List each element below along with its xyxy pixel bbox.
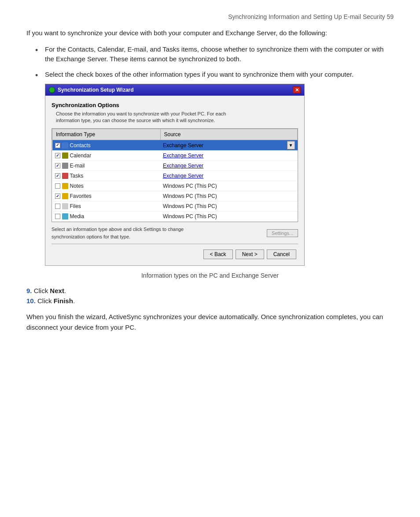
source-dropdown-contacts[interactable]: Exchange Server▼: [163, 141, 295, 149]
checkbox-files[interactable]: [55, 204, 60, 209]
checkbox-notes[interactable]: [55, 183, 60, 189]
intro-text: If you want to synchronize your device w…: [26, 28, 394, 38]
svg-rect-0: [62, 142, 68, 149]
svg-rect-1: [62, 152, 68, 159]
calendar-icon: [62, 152, 68, 159]
wizard-app-icon: [49, 87, 55, 93]
wizard-titlebar: Synchronization Setup Wizard ✕: [45, 84, 304, 96]
row-label-e-mail: E-mail: [70, 162, 85, 170]
notes-icon: [62, 183, 68, 189]
svg-rect-3: [62, 173, 68, 179]
source-link-e-mail[interactable]: Exchange Server: [163, 163, 203, 169]
checkbox-media[interactable]: [55, 214, 60, 219]
svg-rect-5: [62, 193, 68, 199]
source-cell-calendar: Exchange Server: [160, 151, 297, 161]
wizard-screenshot: Synchronization Setup Wizard ✕ Synchroni…: [45, 84, 305, 266]
media-icon: [62, 213, 68, 219]
row-label-tasks: Tasks: [70, 172, 84, 180]
bullet-list: For the Contacts, Calendar, E-mail, and …: [35, 45, 394, 266]
row-label-notes: Notes: [70, 182, 84, 190]
checkbox-contacts[interactable]: [55, 143, 60, 148]
wizard-close-button[interactable]: ✕: [293, 86, 301, 93]
source-cell-files: Windows PC (This PC): [160, 201, 297, 212]
source-cell-e-mail: Exchange Server: [160, 161, 297, 171]
svg-rect-6: [62, 203, 68, 209]
wizard-section-title: Synchronization Options: [52, 101, 298, 110]
source-cell-favorites: Windows PC (This PC): [160, 191, 297, 201]
checkbox-e-mail[interactable]: [55, 163, 60, 168]
dropdown-arrow-icon[interactable]: ▼: [287, 141, 295, 149]
row-label-contacts: Contacts: [70, 141, 91, 149]
cancel-button[interactable]: Cancel: [267, 249, 296, 259]
wizard-body: Synchronization Options Choose the infor…: [45, 96, 304, 265]
wizard-title-text: Synchronization Setup Wizard: [58, 86, 134, 94]
wizard-buttons-row: < Back Next > Cancel: [52, 248, 298, 261]
wizard-sync-table: Information Type Source ContactsExchange…: [52, 129, 298, 222]
row-label-calendar: Calendar: [70, 152, 92, 160]
page-header: Synchronizing Information and Setting Up…: [26, 13, 394, 20]
source-cell-contacts[interactable]: Exchange Server▼: [160, 140, 297, 151]
email-icon: [62, 163, 68, 169]
bullet-item-1: For the Contacts, Calendar, E-mail, and …: [35, 45, 394, 64]
step-9: 9. Click Next.: [26, 287, 394, 294]
row-label-files: Files: [70, 202, 81, 210]
tasks-icon: [62, 173, 68, 179]
svg-rect-4: [62, 183, 68, 189]
next-button[interactable]: Next >: [236, 249, 264, 259]
checkbox-favorites[interactable]: [55, 193, 60, 199]
svg-rect-7: [62, 213, 68, 219]
wizard-titlebar-left: Synchronization Setup Wizard: [49, 86, 134, 94]
files-icon: [62, 203, 68, 209]
wizard-settings-hint: Select an information type above and cli…: [52, 226, 184, 240]
source-cell-notes: Windows PC (This PC): [160, 181, 297, 191]
checkbox-tasks[interactable]: [55, 173, 60, 179]
checkbox-calendar[interactable]: [55, 153, 60, 158]
step-10-bold: Finish: [54, 297, 73, 305]
settings-button[interactable]: Settings...: [267, 229, 298, 237]
final-paragraph: When you finish the wizard, ActiveSync s…: [26, 312, 394, 332]
wizard-table-area: Information Type Source ContactsExchange…: [52, 128, 298, 222]
contacts-icon: [62, 142, 68, 149]
image-caption: Information types on the PC and Exchange…: [26, 272, 394, 279]
source-link-tasks[interactable]: Exchange Server: [163, 173, 203, 179]
step-10-num: 10.: [26, 297, 36, 305]
source-cell-tasks: Exchange Server: [160, 171, 297, 181]
wizard-settings-row: Select an information type above and cli…: [52, 226, 298, 240]
page-container: Synchronizing Information and Setting Up…: [0, 0, 420, 517]
row-label-media: Media: [70, 212, 85, 220]
step-9-bold: Next: [50, 287, 64, 294]
svg-rect-2: [62, 163, 68, 169]
row-label-favorites: Favorites: [70, 192, 92, 200]
wizard-section-desc: Choose the information you want to synch…: [52, 111, 298, 124]
step-list: 9. Click Next. 10. Click Finish.: [26, 287, 394, 305]
col-header-source: Source: [160, 129, 297, 140]
back-button[interactable]: < Back: [203, 249, 233, 259]
wizard-divider: [52, 244, 298, 244]
source-cell-media: Windows PC (This PC): [160, 212, 297, 222]
source-link-calendar[interactable]: Exchange Server: [163, 152, 203, 159]
header-title: Synchronizing Information and Setting Up…: [228, 13, 394, 20]
col-header-info-type: Information Type: [52, 129, 161, 140]
step-9-num: 9.: [26, 287, 32, 294]
step-10: 10. Click Finish.: [26, 297, 394, 305]
bullet-item-2: Select the check boxes of the other info…: [35, 70, 394, 266]
favorites-icon: [62, 193, 68, 199]
